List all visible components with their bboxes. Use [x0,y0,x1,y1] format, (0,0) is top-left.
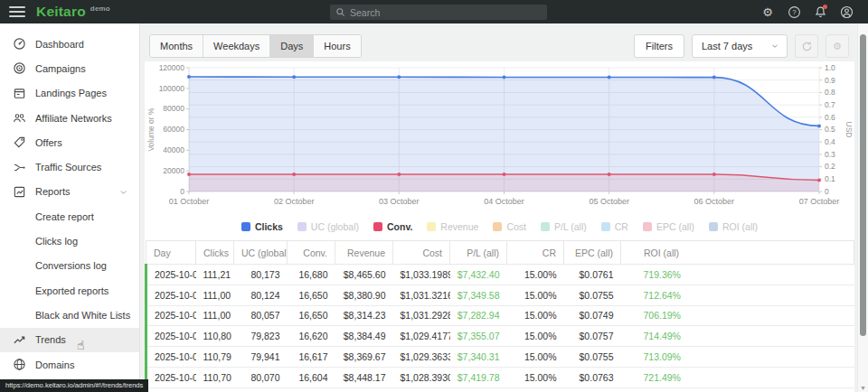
sidebar-item-label: Affiliate Networks [35,113,112,124]
sidebar-item-domains[interactable]: Domains [0,352,139,377]
cell: 15.00% [507,305,564,326]
column-header-cr[interactable]: CR [507,241,564,265]
sidebar-item-black-and-white-lists[interactable]: Black and White Lists [0,303,139,327]
sidebar-item-label: Traffic Sources [35,162,101,173]
cell: $1,029.3633 [393,347,450,368]
scrollbar-thumb[interactable] [860,34,866,336]
svg-text:0.2: 0.2 [825,162,835,171]
trends-chart: 00.10.20.30.40.50.60.70.80.91.001 Octobe… [145,61,854,217]
column-header-clicks[interactable]: Clicks [196,241,234,265]
cell: 15.00% [507,387,564,392]
date-range-select[interactable]: Last 7 days [692,34,788,58]
date-range-value: Last 7 days [702,41,752,51]
sidebar-item-conversions-log[interactable]: Conversions log [0,254,139,278]
chevron-down-icon [118,187,128,197]
svg-text:01 October: 01 October [169,197,210,206]
scrollbar-track[interactable]: ▼ [857,23,868,392]
tab-months[interactable]: Months [150,35,203,57]
account-icon[interactable] [839,5,854,19]
legend-swatch [373,222,382,231]
search-bar[interactable] [330,5,547,20]
refresh-button[interactable] [795,34,818,58]
sidebar-item-dashboard[interactable]: Dashboard [0,32,139,56]
cell: $4,585.20 [335,387,393,392]
chart-settings-button[interactable]: ⚙ [826,34,849,58]
table-row: 2025-10-03111,0080,05716,650$8,314.23$1,… [146,305,854,326]
legend-item-clicks[interactable]: Clicks [241,221,283,232]
column-header-p-l-all[interactable]: P/L (all) [450,241,507,265]
sidebar-item-exported-reports[interactable]: Exported reports [0,278,139,303]
cell: $1,028.3930 [393,367,450,387]
tab-days[interactable]: Days [270,35,314,57]
legend-item-cost[interactable]: Cost [493,221,526,232]
table-header: DayClicksUC (global)Conv.RevenueCostP/L … [146,241,854,265]
cell: $1,029.4177 [393,326,450,347]
sidebar-item-label: Black and White Lists [35,310,130,321]
sidebar-item-label: Exported reports [35,285,108,296]
trends-table-wrap: DayClicksUC (global)Conv.RevenueCostP/L … [145,240,854,392]
column-header-uc-global[interactable]: UC (global) [234,241,288,265]
legend-item-roi-all[interactable]: ROI (all) [709,221,758,232]
cell: 111,00 [196,285,234,305]
cell: $1,031.3216 [393,285,450,305]
cell: 111,21 [196,265,234,285]
sidebar-item-traffic-sources[interactable]: Traffic Sources [0,154,139,179]
column-header-conv[interactable]: Conv. [288,241,335,265]
svg-text:60000: 60000 [163,125,184,134]
domains-icon [12,358,26,371]
tab-weekdays[interactable]: Weekdays [203,35,270,57]
search-input[interactable] [350,7,542,18]
table-row: 2025-10-05110,7979,94116,617$8,369.67$1,… [146,347,854,368]
column-header-day[interactable]: Day [146,241,196,265]
svg-text:07 October: 07 October [799,197,840,206]
table-body: 2025-10-01111,2180,17316,680$8,465.60$1,… [146,265,854,392]
legend-item-uc-global[interactable]: UC (global) [297,221,359,232]
column-header-roi-all[interactable]: ROI (all) [621,241,854,265]
scrollbar-down-arrow[interactable]: ▼ [858,385,868,391]
search-icon [335,7,345,17]
keitaro-logo[interactable]: Keitarodemo [36,4,110,20]
menu-icon[interactable] [9,6,25,17]
sidebar-item-offers[interactable]: Offers [0,130,139,154]
sidebar-item-label: Clicks log [35,236,78,247]
legend-item-conv[interactable]: Conv. [373,221,412,232]
sidebar-item-landings-pages[interactable]: Landings Pages [0,81,139,106]
cell: 2025-10-07 [146,387,196,392]
column-header-epc-all[interactable]: EPC (all) [564,241,621,265]
sidebar-item-campaigns[interactable]: Campaigns [0,56,139,80]
legend-item-p-l-all[interactable]: P/L (all) [541,221,587,232]
settings-icon[interactable]: ⚙ [760,5,775,19]
reports-icon [12,185,26,199]
legend-item-cr[interactable]: CR [601,221,628,232]
cell: 80,173 [234,265,288,285]
legend-label: P/L (all) [554,221,587,232]
sidebar-item-affiliate-networks[interactable]: Affiliate Networks [0,106,139,130]
cell: 15.00% [507,367,564,387]
column-header-revenue[interactable]: Revenue [335,241,393,265]
svg-text:06 October: 06 October [694,197,735,206]
legend-swatch [297,222,307,231]
column-header-cost[interactable]: Cost [393,241,450,265]
svg-text:USD: USD [844,122,854,138]
legend-item-epc-all[interactable]: EPC (all) [643,221,694,232]
svg-text:02 October: 02 October [274,197,315,206]
status-url: https://demo.keitaro.io/admin/#!/trends/… [0,379,148,392]
campaigns-icon [12,61,26,75]
legend-item-revenue[interactable]: Revenue [427,221,478,232]
sidebar-item-trends[interactable]: Trends [0,328,139,352]
legend-label: Cost [506,221,526,232]
sidebar-item-create-report[interactable]: Create report [0,204,139,229]
svg-text:0.7: 0.7 [825,100,835,109]
logo-text: Keitaro [36,4,86,19]
filters-button[interactable]: Filters [634,34,684,58]
cell: 713.09% [621,347,854,368]
cell: $0.0757 [564,326,621,347]
cell: 15.00% [507,265,564,285]
help-icon[interactable]: ? [787,5,801,19]
sidebar-item-reports[interactable]: Reports [0,180,139,204]
sidebar-item-clicks-log[interactable]: Clicks log [0,229,139,253]
cell: 706.19% [621,305,854,326]
tab-hours[interactable]: Hours [314,35,360,57]
cell: 16,620 [288,326,335,347]
notifications-icon[interactable] [813,5,827,19]
